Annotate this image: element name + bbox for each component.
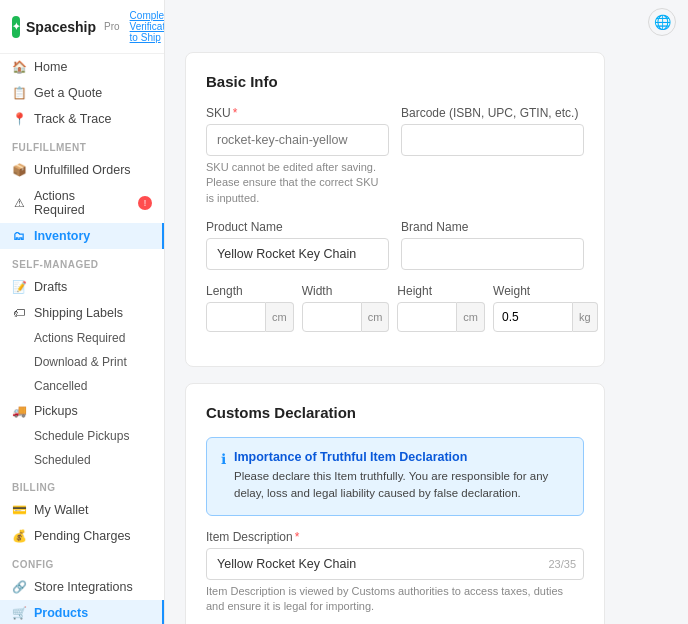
height-input-wrap: cm [397,302,485,332]
sidebar-item-label: Inventory [34,229,90,243]
width-unit: cm [362,302,390,332]
sidebar-item-pending-charges[interactable]: 💰 Pending Charges [0,523,164,549]
sku-input[interactable] [206,124,389,156]
sidebar-header: ✦ Spaceship Pro Complete Verification to… [0,0,164,54]
charges-icon: 💰 [12,529,26,543]
brand-name-group: Brand Name [401,220,584,270]
sku-group: SKU* SKU cannot be edited after saving. … [206,106,389,206]
sidebar-item-actions-required[interactable]: ⚠ Actions Required ! [0,183,164,223]
item-desc-counter: 23/35 [548,558,576,570]
weight-label: Weight [493,284,598,298]
sku-barcode-row: SKU* SKU cannot be edited after saving. … [206,106,584,206]
brand-name: Spaceship [26,19,96,35]
sidebar: ✦ Spaceship Pro Complete Verification to… [0,0,165,624]
dimensions-row: Length cm Width cm Height [206,284,584,332]
sidebar-sub-scheduled[interactable]: Scheduled [0,448,164,472]
sidebar-item-inventory[interactable]: 🗂 Inventory [0,223,164,249]
products-icon: 🛒 [12,606,26,620]
globe-icon[interactable]: 🌐 [648,8,676,36]
length-input[interactable] [206,302,266,332]
home-icon: 🏠 [12,60,26,74]
item-desc-input[interactable] [206,548,584,580]
sku-label: SKU* [206,106,389,120]
sidebar-item-store-integrations[interactable]: 🔗 Store Integrations [0,574,164,600]
sidebar-sub-download-print[interactable]: Download & Print [0,350,164,374]
track-icon: 📍 [12,112,26,126]
info-icon: ℹ [221,451,226,503]
sub-item-label: Actions Required [34,331,125,345]
sidebar-item-products[interactable]: 🛒 Products [0,600,164,624]
warning-icon: ⚠ [12,196,26,210]
brand-name-label: Brand Name [401,220,584,234]
sidebar-item-label: Pickups [34,404,78,418]
basic-info-card: Basic Info SKU* SKU cannot be edited aft… [185,52,605,367]
sub-item-label: Scheduled [34,453,91,467]
sidebar-item-get-a-quote[interactable]: 📋 Get a Quote [0,80,164,106]
sub-item-label: Cancelled [34,379,87,393]
integrations-icon: 🔗 [12,580,26,594]
info-title: Importance of Truthful Item Declaration [234,450,569,464]
height-input[interactable] [397,302,457,332]
customs-card: Customs Declaration ℹ Importance of Trut… [185,383,605,624]
sidebar-sub-actions-required[interactable]: Actions Required [0,326,164,350]
product-name-label: Product Name [206,220,389,234]
sidebar-item-label: My Wallet [34,503,88,517]
customs-title: Customs Declaration [206,404,584,421]
pickups-icon: 🚚 [12,404,26,418]
height-label: Height [397,284,485,298]
sub-item-label: Schedule Pickups [34,429,129,443]
sidebar-sub-cancelled[interactable]: Cancelled [0,374,164,398]
sidebar-item-unfulfilled-orders[interactable]: 📦 Unfulfilled Orders [0,157,164,183]
drafts-icon: 📝 [12,280,26,294]
width-label: Width [302,284,390,298]
unfulfilled-icon: 📦 [12,163,26,177]
length-label: Length [206,284,294,298]
sidebar-item-label: Actions Required [34,189,128,217]
product-name-input[interactable] [206,238,389,270]
sidebar-item-drafts[interactable]: 📝 Drafts [0,274,164,300]
sidebar-item-my-wallet[interactable]: 💳 My Wallet [0,497,164,523]
length-input-wrap: cm [206,302,294,332]
sidebar-item-label: Store Integrations [34,580,133,594]
sidebar-item-track-trace[interactable]: 📍 Track & Trace [0,106,164,132]
actions-badge: ! [138,196,152,210]
customs-info-box: ℹ Importance of Truthful Item Declaratio… [206,437,584,516]
config-section-label: Config [0,549,164,574]
content-inner: Basic Info SKU* SKU cannot be edited aft… [165,36,625,624]
plan-label: Pro [104,21,120,32]
length-unit: cm [266,302,294,332]
width-group: Width cm [302,284,390,332]
sidebar-item-pickups[interactable]: 🚚 Pickups [0,398,164,424]
weight-input[interactable] [493,302,573,332]
barcode-input[interactable] [401,124,584,156]
weight-group: Weight kg [493,284,598,332]
item-desc-hint: Item Description is viewed by Customs au… [206,584,584,615]
sidebar-item-home[interactable]: 🏠 Home [0,54,164,80]
sidebar-item-label: Pending Charges [34,529,131,543]
wallet-icon: 💳 [12,503,26,517]
item-desc-input-wrap: 23/35 [206,548,584,580]
info-text: Please declare this Item truthfully. You… [234,468,569,503]
height-group: Height cm [397,284,485,332]
billing-section-label: Billing [0,472,164,497]
brand-name-input[interactable] [401,238,584,270]
sidebar-item-shipping-labels[interactable]: 🏷 Shipping Labels [0,300,164,326]
self-managed-section-label: Self-Managed [0,249,164,274]
verify-link[interactable]: Complete Verification to Ship [130,10,165,43]
width-input[interactable] [302,302,362,332]
fulfillment-section-label: Fulfillment [0,132,164,157]
weight-unit: kg [573,302,598,332]
shipping-icon: 🏷 [12,306,26,320]
product-name-group: Product Name [206,220,389,270]
info-content: Importance of Truthful Item Declaration … [234,450,569,503]
sidebar-item-label: Products [34,606,88,620]
logo-icon: ✦ [12,16,20,38]
sidebar-item-label: Track & Trace [34,112,111,126]
sidebar-sub-schedule-pickups[interactable]: Schedule Pickups [0,424,164,448]
sku-hint: SKU cannot be edited after saving. Pleas… [206,160,389,206]
basic-info-title: Basic Info [206,73,584,90]
inventory-icon: 🗂 [12,229,26,243]
name-brand-row: Product Name Brand Name [206,220,584,270]
sidebar-item-label: Home [34,60,67,74]
barcode-label: Barcode (ISBN, UPC, GTIN, etc.) [401,106,584,120]
